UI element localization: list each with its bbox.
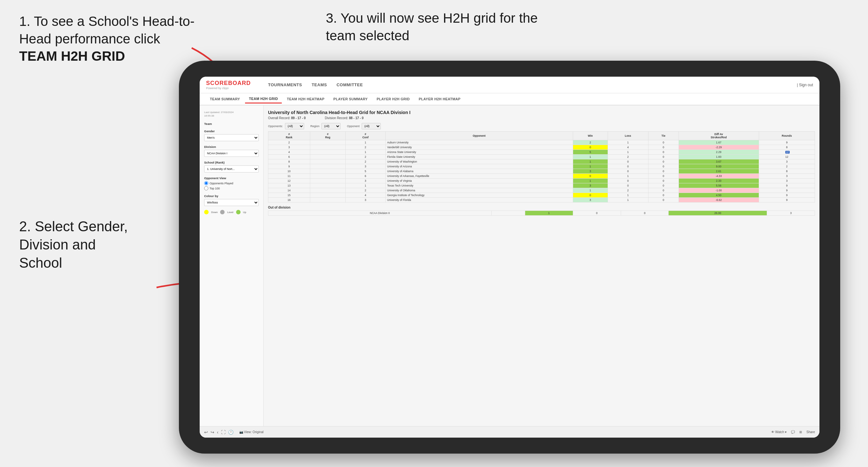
cell-conf: 3 <box>345 179 385 183</box>
undo-btn[interactable]: ↩ <box>204 430 208 435</box>
school-dropdown[interactable]: 1. University of Nort... <box>204 165 259 173</box>
radio-top100[interactable]: Top 100 <box>204 186 259 190</box>
sidebar-school-label: School (Rank) <box>204 161 259 164</box>
subnav-player-h2h-grid[interactable]: PLAYER H2H GRID <box>373 95 414 103</box>
sign-out: | Sign out <box>797 83 813 87</box>
fit-btn[interactable]: ⛶ <box>221 430 225 435</box>
subnav-player-summary[interactable]: PLAYER SUMMARY <box>330 95 372 103</box>
cell-opponent: University of Arizona <box>385 164 573 169</box>
opponent-view-radios: Opponents Played Top 100 <box>204 181 259 190</box>
cell-rounds: 9 <box>759 193 815 198</box>
cell-loss: 2 <box>608 155 648 159</box>
sidebar-colour-label: Colour by <box>204 194 259 198</box>
share-btn[interactable]: Share <box>806 430 815 434</box>
cell-rounds: 8 <box>759 169 815 174</box>
cell-diff: 1.67 <box>679 140 759 145</box>
anno3-text: 3. You will now see H2H grid for the tea… <box>326 10 538 43</box>
cell-loss: 0 <box>608 179 648 183</box>
cell-win: 1 <box>573 188 608 193</box>
app-logo: SCOREBOARD Powered by clippi <box>206 80 260 90</box>
cell-rounds: 17 <box>759 150 815 155</box>
col-rank: #Rank <box>268 132 310 140</box>
grid-btn[interactable]: ⊞ <box>799 430 802 434</box>
cell-reg <box>310 188 345 193</box>
cell-opponent: Texas Tech University <box>385 183 573 188</box>
gender-dropdown[interactable]: Men's <box>204 134 259 141</box>
cell-reg <box>310 145 345 150</box>
cell-loss: 1 <box>608 174 648 179</box>
table-row: 2 1 Auburn University 2 1 0 1.67 9 <box>268 140 815 145</box>
cell-reg <box>310 155 345 159</box>
sidebar-opponent-view-section: Opponent View Opponents Played Top 100 <box>204 176 259 190</box>
cell-win: 1 <box>573 179 608 183</box>
cell-reg <box>310 150 345 155</box>
grid-title: University of North Carolina Head-to-Hea… <box>268 110 815 115</box>
cell-loss: 1 <box>608 150 648 155</box>
legend-up-dot <box>236 210 241 214</box>
filter-opponent-select[interactable]: (All) <box>362 123 381 129</box>
cell-rank: 13 <box>268 183 310 188</box>
cell-conf: 1 <box>345 183 385 188</box>
colour-legend: Down Level Up <box>204 210 259 214</box>
subnav-team-summary[interactable]: TEAM SUMMARY <box>206 95 244 103</box>
sidebar-colour-section: Colour by Win/loss <box>204 194 259 206</box>
h2h-table: #Rank #Reg #Conf Opponent Win Loss Tie D… <box>268 131 815 203</box>
cell-tie: 0 <box>648 174 679 179</box>
ood-loss: 0 <box>573 211 621 216</box>
subnav-team-h2h-grid[interactable]: TEAM H2H GRID <box>245 95 282 103</box>
table-row: 14 2 University of Oklahoma 1 2 0 -1.00 … <box>268 188 815 193</box>
grid-area: University of North Carolina Head-to-Hea… <box>264 105 819 426</box>
nav-prev-btn[interactable]: ‹ <box>217 430 219 435</box>
sidebar-division-label: Division <box>204 145 259 149</box>
cell-conf: 6 <box>345 174 385 179</box>
cell-reg <box>310 193 345 198</box>
cell-win: 2 <box>573 140 608 145</box>
table-row: 4 1 Arizona State University 5 1 0 2.29 … <box>268 150 815 155</box>
cell-reg <box>310 164 345 169</box>
cell-loss: 0 <box>608 169 648 174</box>
sidebar-team-label: Team <box>204 122 259 126</box>
cell-opponent: Georgia Institute of Technology <box>385 193 573 198</box>
sidebar-division-section: Division NCAA Division I <box>204 145 259 157</box>
cell-reg <box>310 159 345 164</box>
table-row: 10 5 University of Alabama 3 0 0 2.61 8 <box>268 169 815 174</box>
col-opponent: Opponent <box>385 132 573 140</box>
table-row: 16 3 University of Florida 3 1 0 -6.62 9 <box>268 198 815 203</box>
cell-conf: 2 <box>345 159 385 164</box>
subnav-team-h2h-heatmap[interactable]: TEAM H2H HEATMAP <box>283 95 329 103</box>
cell-diff: 2.33 <box>679 179 759 183</box>
nav-teams[interactable]: TEAMS <box>311 83 327 87</box>
cell-tie: 0 <box>648 198 679 203</box>
subnav-player-h2h-heatmap[interactable]: PLAYER H2H HEATMAP <box>415 95 465 103</box>
cell-opponent: University of Florida <box>385 198 573 203</box>
cell-rank: 2 <box>268 140 310 145</box>
comment-btn[interactable]: 💬 <box>791 430 795 434</box>
redo-btn[interactable]: ↪ <box>211 430 214 435</box>
toolbar-right: 👁 Watch ▾ 💬 ⊞ Share <box>771 430 815 434</box>
cell-reg <box>310 140 345 145</box>
cell-rank: 10 <box>268 169 310 174</box>
radio-opponents-played[interactable]: Opponents Played <box>204 181 259 185</box>
filter-opponents-select[interactable]: (All) <box>285 123 304 129</box>
table-row: 15 4 Georgia Institute of Technology 0 1… <box>268 193 815 198</box>
cell-tie: 0 <box>648 188 679 193</box>
division-dropdown[interactable]: NCAA Division I <box>204 150 259 157</box>
cell-diff: -4.33 <box>679 174 759 179</box>
cell-diff: 2.61 <box>679 169 759 174</box>
colour-dropdown[interactable]: Win/loss <box>204 199 259 206</box>
out-of-division-section: Out of division NCAA Division II 1 0 0 2… <box>268 206 815 216</box>
cell-rounds: 3 <box>759 179 815 183</box>
annotation-3: 3. You will now see H2H grid for the tea… <box>326 9 550 44</box>
record-row: Overall Record: 89 - 17 - 0 Division Rec… <box>268 116 815 120</box>
cell-rank: 8 <box>268 159 310 164</box>
nav-committee[interactable]: COMMITTEE <box>336 83 363 87</box>
clock-btn[interactable]: 🕐 <box>228 430 234 435</box>
filter-region-select[interactable]: (All) <box>321 123 341 129</box>
cell-rounds: 9 <box>759 198 815 203</box>
cell-tie: 0 <box>648 140 679 145</box>
nav-tournaments[interactable]: TOURNAMENTS <box>268 83 302 87</box>
watch-btn[interactable]: 👁 Watch ▾ <box>771 430 787 434</box>
cell-reg <box>310 183 345 188</box>
cell-conf: 2 <box>345 145 385 150</box>
cell-loss: 4 <box>608 145 648 150</box>
